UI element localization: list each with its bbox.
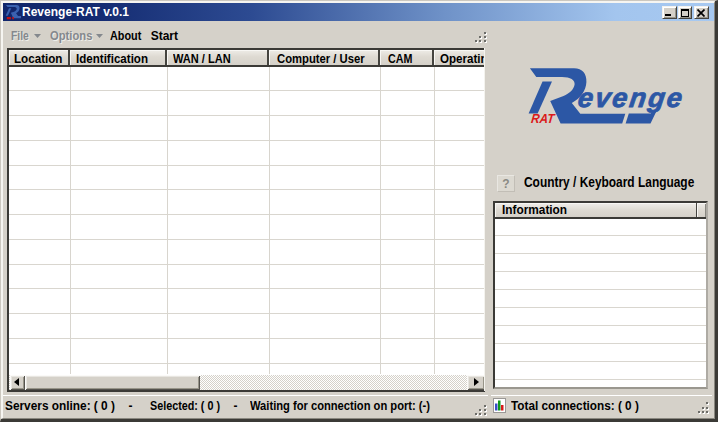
svg-text:RAT: RAT — [530, 111, 556, 126]
svg-text:evenge: evenge — [576, 82, 684, 113]
